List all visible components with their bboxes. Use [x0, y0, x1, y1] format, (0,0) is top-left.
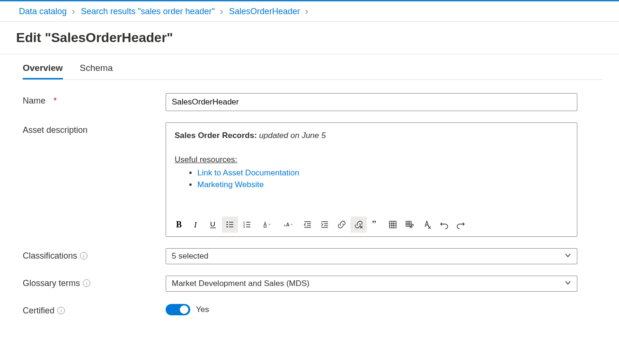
clear-formatting-button[interactable] [419, 217, 435, 233]
certified-toggle[interactable] [166, 304, 190, 315]
name-input[interactable] [166, 93, 577, 111]
desc-title-italic: updated on June 5 [257, 131, 326, 140]
edit-table-button[interactable] [402, 217, 418, 233]
redo-button[interactable] [453, 217, 469, 233]
remove-link-button[interactable] [351, 217, 367, 233]
classifications-value: 5 selected [172, 251, 209, 261]
svg-rect-35 [406, 221, 411, 226]
svg-text:A: A [284, 224, 286, 226]
info-icon[interactable]: i [80, 252, 88, 260]
svg-text:B: B [176, 220, 182, 229]
increase-indent-button[interactable] [317, 217, 333, 233]
svg-text:I: I [194, 220, 197, 229]
tab-schema[interactable]: Schema [80, 63, 113, 79]
insert-link-button[interactable] [334, 217, 350, 233]
svg-text:U: U [210, 220, 215, 228]
svg-text:”: ” [372, 220, 376, 229]
svg-point-6 [227, 224, 228, 225]
undo-button[interactable] [436, 217, 452, 233]
breadcrumb-link-catalog[interactable]: Data catalog [19, 7, 67, 17]
svg-text:A: A [286, 222, 290, 227]
desc-link-marketing[interactable]: Marketing Website [197, 180, 264, 189]
svg-point-8 [227, 226, 228, 227]
svg-point-4 [227, 221, 228, 223]
classifications-dropdown[interactable]: 5 selected [166, 248, 577, 264]
required-mark: * [53, 96, 57, 106]
underline-button[interactable]: U [205, 217, 221, 233]
font-color-button[interactable] [256, 217, 277, 233]
bulleted-list-button[interactable] [222, 217, 238, 233]
desc-link-documentation[interactable]: Link to Asset Documentation [197, 168, 299, 177]
label-description: Asset description [23, 122, 166, 135]
desc-resources-heading: Useful resources: [175, 155, 237, 164]
decrease-indent-button[interactable] [300, 217, 316, 233]
breadcrumb-link-search[interactable]: Search results "sales order header" [81, 7, 215, 17]
label-classifications: Classifications i [23, 248, 166, 261]
desc-title-bold: Sales Order Records: [175, 131, 257, 140]
toggle-knob [180, 305, 188, 314]
chevron-down-icon [565, 279, 571, 288]
quote-button[interactable]: ” [368, 217, 384, 233]
chevron-right-icon [305, 8, 310, 16]
info-icon[interactable]: i [83, 279, 90, 287]
label-certified: Certified i [23, 303, 166, 316]
svg-text:3: 3 [243, 225, 245, 228]
rte-content[interactable]: Sales Order Records: updated on June 5 U… [166, 123, 577, 215]
rich-text-editor: Sales Order Records: updated on June 5 U… [166, 122, 577, 237]
numbered-list-button[interactable]: 123 [239, 217, 255, 233]
insert-table-button[interactable] [385, 217, 401, 233]
page-title: Edit "SalesOrderHeader" [0, 22, 619, 54]
rte-toolbar: B I U 123 AA ” [166, 215, 577, 236]
tab-overview[interactable]: Overview [23, 63, 63, 79]
italic-button[interactable]: I [188, 217, 204, 233]
certified-value: Yes [196, 305, 209, 314]
label-glossary: Glossary terms i [23, 276, 166, 288]
chevron-right-icon [71, 8, 76, 16]
tab-bar: Overview Schema [23, 54, 603, 80]
glossary-dropdown[interactable]: Market Development and Sales (MDS) [166, 276, 577, 292]
glossary-value: Market Development and Sales (MDS) [172, 279, 310, 288]
info-icon[interactable]: i [57, 307, 65, 314]
font-size-button[interactable]: AA [278, 217, 299, 233]
breadcrumb-link-asset[interactable]: SalesOrderHeader [229, 7, 300, 17]
chevron-down-icon [565, 251, 571, 261]
breadcrumb: Data catalog Search results "sales order… [0, 2, 619, 22]
svg-rect-30 [389, 221, 396, 228]
label-name: Name * [23, 93, 166, 106]
chevron-right-icon [220, 8, 224, 16]
bold-button[interactable]: B [171, 217, 187, 233]
